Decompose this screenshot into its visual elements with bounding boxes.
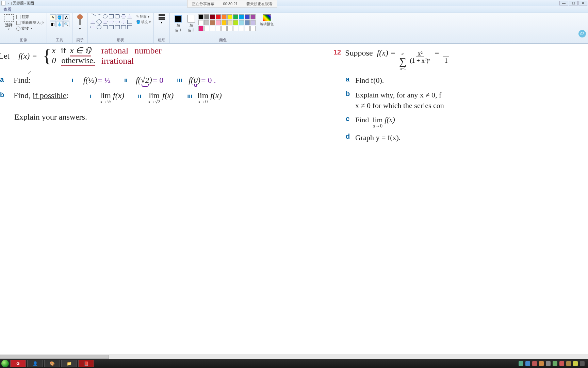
select-button[interactable]: 选择 ▾: [3, 14, 15, 31]
taskbar-app-pdf[interactable]: 📕: [78, 360, 94, 367]
document-icon: [1, 1, 5, 5]
shape-fill-button[interactable]: 🪣 填充 ▾: [136, 20, 151, 25]
palette-color[interactable]: [239, 26, 244, 31]
ribbon-badge[interactable]: 02: [578, 30, 586, 37]
palette-color[interactable]: [198, 14, 203, 19]
tray-icon[interactable]: [566, 361, 571, 366]
taskbar-app-2[interactable]: 👤: [27, 360, 43, 367]
color2-button[interactable]: 颜 色 2: [185, 14, 197, 33]
palette-color[interactable]: [227, 26, 232, 31]
taskbar-app-explorer[interactable]: 📁: [61, 360, 77, 367]
palette-color[interactable]: [245, 20, 250, 25]
tray-icon[interactable]: [573, 361, 578, 366]
palette-color[interactable]: [204, 20, 209, 25]
r-b-text2: x ≠ 0 for which the series con: [355, 101, 444, 110]
palette-color[interactable]: [216, 20, 221, 25]
magnifier-tool[interactable]: 🔍: [63, 21, 69, 27]
rotate-label: 旋转: [21, 26, 29, 31]
tray-icon[interactable]: [519, 361, 523, 366]
palette-color[interactable]: [250, 20, 256, 25]
rotate-icon: [16, 27, 20, 31]
palette-color[interactable]: [204, 14, 209, 19]
tray-icon[interactable]: [525, 361, 530, 366]
palette-color[interactable]: [227, 20, 232, 25]
minimize-button[interactable]: —: [559, 1, 568, 5]
system-tray: [519, 361, 587, 366]
crop-button[interactable]: 裁剪: [16, 14, 44, 19]
palette-color[interactable]: [233, 14, 238, 19]
fill-tool[interactable]: 🪣: [56, 14, 63, 20]
palette-color[interactable]: [233, 20, 238, 25]
taskbar-app-1[interactable]: G: [10, 360, 26, 367]
palette-color[interactable]: [227, 14, 232, 19]
shape-outline-button[interactable]: ✎ 轮廓 ▾: [136, 14, 151, 19]
palette-color[interactable]: [245, 14, 250, 19]
paint-canvas[interactable]: Let f(x) = { xif x ∈ ℚ 0otherwise. ratio…: [0, 44, 588, 354]
palette-color[interactable]: [216, 14, 221, 19]
close-button[interactable]: ✕: [578, 1, 587, 5]
handwriting-irrational: irrational: [101, 56, 162, 66]
palette-color[interactable]: [222, 26, 227, 31]
palette-color[interactable]: [245, 26, 250, 31]
palette-color[interactable]: [222, 20, 227, 25]
menu-view[interactable]: 查看: [3, 7, 12, 12]
qat-dropdown-icon[interactable]: ▾: [7, 2, 9, 5]
palette-color[interactable]: [204, 26, 209, 31]
a-iii-answer: = 0 .: [201, 76, 216, 85]
tray-icon[interactable]: [553, 361, 557, 366]
palette-color[interactable]: [210, 26, 215, 31]
start-button[interactable]: [1, 360, 9, 367]
taskbar-app-paint[interactable]: 🎨: [44, 360, 60, 367]
tray-icon[interactable]: [532, 361, 537, 366]
palette-color[interactable]: [250, 14, 256, 19]
brush-button[interactable]: [75, 14, 85, 26]
palette-color[interactable]: [250, 26, 256, 31]
color-palette: [198, 14, 256, 31]
color1-label-bot: 色 1: [175, 28, 181, 33]
palette-color[interactable]: [198, 20, 203, 25]
palette-color[interactable]: [216, 26, 221, 31]
palette-color[interactable]: [210, 20, 215, 25]
pencil-tool[interactable]: ✎: [50, 14, 56, 20]
chevron-down-icon: ▾: [79, 27, 81, 30]
r-part-d: d: [346, 133, 352, 140]
crop-label: 裁剪: [21, 14, 29, 19]
b-i-sub: x→½: [100, 99, 111, 104]
palette-color[interactable]: [222, 14, 227, 19]
ribbon-group-brush: ▾ 刷子: [72, 13, 88, 43]
rotate-button[interactable]: 旋转▾: [16, 26, 44, 31]
stroke-button[interactable]: [157, 14, 167, 20]
chevron-down-icon: ▾: [8, 28, 10, 31]
b-ii-fx: f(x): [162, 91, 174, 100]
tray-icon[interactable]: [539, 361, 544, 366]
problem-right: 12 Suppose f(x) = ∞∑n=1 x²(1 + x²)ⁿ = 1 …: [333, 48, 476, 147]
ribbon: 选择 ▾ 裁剪 重新调整大小 旋转▾ 图像 ✎ 🪣 A ◧ 💧 🔍 工具: [0, 13, 588, 44]
horizontal-scrollbar[interactable]: [0, 354, 588, 359]
shapes-gallery[interactable]: [91, 14, 133, 30]
palette-color[interactable]: [210, 14, 215, 19]
maximize-button[interactable]: ☐: [569, 1, 578, 5]
edit-colors-button[interactable]: 编辑颜色: [260, 14, 274, 27]
color1-button[interactable]: 颜 色 1: [173, 14, 184, 33]
r-c-sub: x→0: [373, 124, 382, 128]
tray-speaker-icon[interactable]: [546, 361, 551, 366]
tray-icon[interactable]: [559, 361, 564, 366]
r-b-text1: Explain why, for any x ≠ 0, f: [355, 91, 441, 99]
b-i-lim: lim: [100, 91, 111, 99]
picker-tool[interactable]: 💧: [56, 21, 63, 27]
text-tool[interactable]: A: [63, 14, 69, 20]
b-colon: :: [66, 91, 69, 100]
text-suppose: Suppose: [345, 48, 373, 57]
resize-button[interactable]: 重新调整大小: [16, 20, 44, 25]
r-fx-eq: f(x) =: [377, 48, 396, 57]
scrollbar-thumb[interactable]: [0, 355, 109, 359]
color2-swatch: [187, 15, 195, 22]
tray-icon[interactable]: [580, 361, 585, 366]
palette-color[interactable]: [198, 26, 203, 31]
eraser-tool[interactable]: ◧: [50, 21, 56, 27]
palette-color[interactable]: [239, 14, 244, 19]
select-label: 选择: [5, 22, 13, 28]
palette-color[interactable]: [239, 20, 244, 25]
ribbon-group-image: 选择 ▾ 裁剪 重新调整大小 旋转▾ 图像: [0, 13, 47, 43]
palette-color[interactable]: [233, 26, 238, 31]
